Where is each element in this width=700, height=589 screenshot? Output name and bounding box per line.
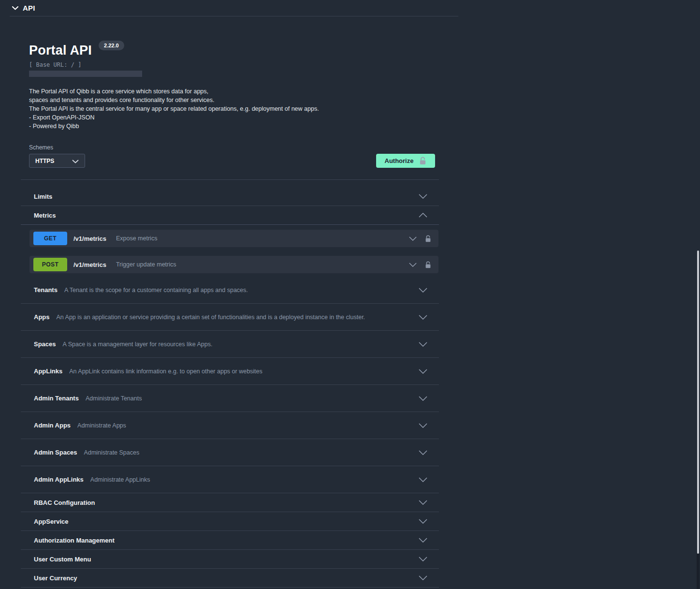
- scheme-auth-row: Schemes HTTPS Authorize: [21, 144, 439, 168]
- api-description: The Portal API of Qibb is a core service…: [29, 87, 439, 131]
- unlock-icon[interactable]: [425, 235, 431, 242]
- unlock-icon: [419, 157, 426, 165]
- scrollbar-thumb[interactable]: [697, 250, 699, 554]
- schemes-divider: [21, 179, 439, 180]
- tag-description: Administrate Apps: [77, 422, 126, 429]
- tag-list: Limits Metrics GET /v1/metrics Expose me…: [21, 187, 439, 588]
- tag-section-limits[interactable]: Limits: [21, 187, 439, 206]
- api-panel-title: API: [23, 4, 35, 12]
- tag-section-admin-spaces[interactable]: Admin Spaces Administrate Spaces: [21, 439, 439, 466]
- tag-title: AppService: [34, 518, 69, 525]
- tag-description: Administrate AppLinks: [90, 476, 150, 483]
- swagger-content: Portal API 2.22.0 [ Base URL: / ] The Po…: [21, 16, 439, 588]
- chevron-down-icon[interactable]: [419, 194, 427, 199]
- chevron-down-icon[interactable]: [409, 236, 417, 241]
- endpoint-path: /v1/metrics: [73, 261, 106, 268]
- tag-title: RBAC Configuration: [34, 499, 95, 506]
- endpoint-get-v1-metrics[interactable]: GET /v1/metrics Expose metrics: [29, 230, 438, 247]
- chevron-down-icon[interactable]: [419, 315, 427, 320]
- spec-link-redacted: [29, 71, 142, 77]
- tag-section-tenants[interactable]: Tenants A Tenant is the scope for a cust…: [21, 277, 439, 304]
- tag-title: Admin Spaces: [34, 449, 77, 456]
- tag-title: Tenants: [34, 286, 58, 294]
- tag-title: Authorization Management: [34, 537, 115, 544]
- chevron-down-icon[interactable]: [419, 538, 427, 543]
- chevron-down-icon[interactable]: [419, 500, 427, 505]
- tag-description: Administrate Spaces: [84, 449, 140, 456]
- tag-section-admin-tenants[interactable]: Admin Tenants Administrate Tenants: [21, 385, 439, 412]
- tag-title: Spaces: [34, 340, 56, 348]
- chevron-down-icon[interactable]: [419, 396, 427, 401]
- chevron-down-icon[interactable]: [419, 342, 427, 347]
- scrollbar-track[interactable]: [697, 554, 700, 589]
- tag-description: A Tenant is the scope for a customer con…: [64, 287, 248, 294]
- tag-description: An AppLink contains link information e.g…: [69, 368, 262, 375]
- chevron-up-icon[interactable]: [419, 213, 427, 218]
- tag-title: Metrics: [34, 212, 56, 219]
- method-badge-get: GET: [33, 232, 67, 245]
- tag-title: Apps: [34, 313, 50, 321]
- endpoint-path: /v1/metrics: [73, 235, 106, 242]
- chevron-down-icon[interactable]: [409, 263, 417, 267]
- api-panel-header[interactable]: API: [0, 0, 700, 16]
- tag-title: Limits: [34, 193, 52, 200]
- chevron-down-icon: [72, 157, 79, 165]
- schemes-label: Schemes: [29, 144, 85, 151]
- schemes-group: Schemes HTTPS: [29, 144, 85, 168]
- method-badge-post: POST: [33, 258, 67, 271]
- endpoint-summary: Expose metrics: [116, 235, 157, 242]
- authorize-button[interactable]: Authorize: [376, 154, 435, 168]
- scheme-select[interactable]: HTTPS: [29, 154, 85, 168]
- chevron-down-icon[interactable]: [419, 423, 427, 428]
- tag-title: User Currency: [34, 574, 77, 582]
- description-line: - Powered by Qibb: [29, 122, 439, 131]
- tag-section-user-currency[interactable]: User Currency: [21, 569, 439, 588]
- tag-section-appservice[interactable]: AppService: [21, 512, 439, 531]
- chevron-down-icon[interactable]: [12, 6, 18, 10]
- tag-section-user-custom-menu[interactable]: User Custom Menu: [21, 550, 439, 569]
- scheme-selected-value: HTTPS: [35, 158, 54, 164]
- description-line: The Portal API of Qibb is a core service…: [29, 87, 439, 96]
- tag-section-authorization-management[interactable]: Authorization Management: [21, 531, 439, 550]
- tag-title: Admin Tenants: [34, 395, 79, 402]
- page-title: Portal API: [29, 43, 92, 58]
- api-info: Portal API 2.22.0 [ Base URL: / ] The Po…: [21, 43, 439, 131]
- description-line: - Export OpenAPI-JSON: [29, 113, 439, 122]
- version-badge: 2.22.0: [99, 41, 124, 50]
- tag-section-metrics[interactable]: Metrics: [21, 206, 439, 225]
- chevron-down-icon[interactable]: [419, 369, 427, 374]
- tag-title: Admin Apps: [34, 422, 71, 429]
- chevron-down-icon[interactable]: [419, 288, 427, 293]
- tag-section-admin-apps[interactable]: Admin Apps Administrate Apps: [21, 412, 439, 439]
- description-line: spaces and tenants and provides core fun…: [29, 96, 439, 104]
- description-line: The Portal API is the central service fo…: [29, 104, 439, 113]
- endpoint-post-v1-metrics[interactable]: POST /v1/metrics Trigger update metrics: [29, 256, 438, 273]
- tag-description: An App is an application or service prov…: [57, 314, 365, 321]
- base-url: [ Base URL: / ]: [29, 61, 439, 68]
- tag-description: A Space is a management layer for resour…: [63, 341, 213, 348]
- tag-title: User Custom Menu: [34, 556, 91, 563]
- swagger-api-page: API Portal API 2.22.0 [ Base URL: / ] Th…: [0, 0, 700, 589]
- chevron-down-icon[interactable]: [419, 557, 427, 561]
- tag-section-apps[interactable]: Apps An App is an application or service…: [21, 304, 439, 331]
- tag-section-rbac-configuration[interactable]: RBAC Configuration: [21, 493, 439, 512]
- tag-title: AppLinks: [34, 368, 62, 375]
- tag-title: Admin AppLinks: [34, 476, 84, 483]
- authorize-label: Authorize: [385, 157, 414, 164]
- metrics-endpoints: GET /v1/metrics Expose metrics: [29, 230, 438, 273]
- chevron-down-icon[interactable]: [419, 450, 427, 455]
- tag-section-spaces[interactable]: Spaces A Space is a management layer for…: [21, 331, 439, 358]
- tag-description: Administrate Tenants: [86, 395, 142, 402]
- tag-section-admin-applinks[interactable]: Admin AppLinks Administrate AppLinks: [21, 466, 439, 493]
- tag-section-applinks[interactable]: AppLinks An AppLink contains link inform…: [21, 358, 439, 385]
- chevron-down-icon[interactable]: [419, 477, 427, 482]
- chevron-down-icon[interactable]: [419, 519, 427, 524]
- chevron-down-icon[interactable]: [419, 575, 427, 580]
- endpoint-summary: Trigger update metrics: [116, 261, 176, 268]
- unlock-icon[interactable]: [425, 261, 431, 268]
